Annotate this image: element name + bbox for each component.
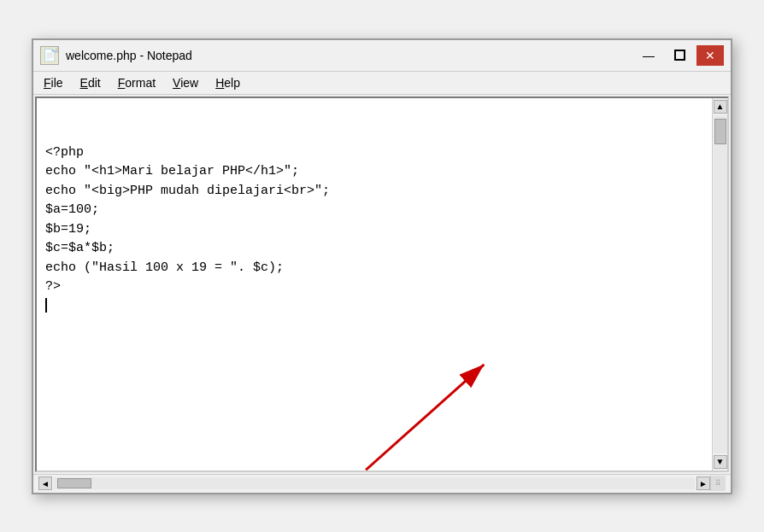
menu-edit[interactable]: Edit — [73, 73, 108, 92]
code-line — [45, 297, 703, 317]
scroll-track-vertical[interactable] — [714, 115, 727, 453]
notepad-window: 📄 welcome.php - Notepad — ✕ File Edit Fo… — [32, 38, 732, 494]
horizontal-scrollbar[interactable]: ◄ ► — [38, 476, 710, 490]
scroll-thumb-vertical[interactable] — [714, 119, 726, 144]
scroll-track-horizontal[interactable] — [54, 477, 695, 489]
scroll-left-button[interactable]: ◄ — [38, 476, 52, 490]
maximize-button[interactable] — [666, 45, 693, 66]
vertical-scrollbar[interactable]: ▲ ▼ — [712, 98, 727, 471]
close-button[interactable]: ✕ — [696, 45, 724, 66]
app-icon: 📄 — [40, 46, 59, 65]
title-bar: 📄 welcome.php - Notepad — ✕ — [33, 40, 731, 72]
resize-grip[interactable]: ⠿ — [710, 476, 726, 491]
menu-bar: File Edit Format View Help — [33, 72, 731, 95]
scroll-down-button[interactable]: ▼ — [714, 455, 727, 469]
editor-container: <?phpecho "<h1>Mari belajar PHP</h1>";ec… — [35, 96, 729, 472]
code-line: echo "<h1>Mari belajar PHP</h1>"; — [45, 162, 703, 182]
minimize-button[interactable]: — — [635, 45, 662, 66]
menu-view[interactable]: View — [166, 73, 205, 92]
window-title: welcome.php - Notepad — [66, 49, 192, 62]
menu-help[interactable]: Help — [209, 73, 247, 92]
menu-format[interactable]: Format — [111, 73, 162, 92]
status-bar: ◄ ► ⠿ — [33, 474, 731, 493]
code-line: echo ("Hasil 100 x 19 = ". $c); — [45, 259, 703, 278]
code-line: $b=19; — [45, 220, 703, 240]
code-line: ?> — [45, 278, 703, 297]
code-line: $c=$a*$b; — [45, 239, 703, 259]
code-content: <?phpecho "<h1>Mari belajar PHP</h1>";ec… — [45, 143, 703, 317]
window-controls: — ✕ — [635, 45, 724, 66]
text-cursor — [45, 298, 47, 313]
code-line: <?php — [45, 143, 703, 163]
scroll-right-button[interactable]: ► — [696, 476, 710, 490]
scroll-thumb-horizontal[interactable] — [57, 478, 91, 488]
scroll-up-button[interactable]: ▲ — [714, 100, 727, 114]
code-line: echo "<big>PHP mudah dipelajari<br>"; — [45, 182, 703, 202]
code-line: $a=100; — [45, 201, 703, 220]
title-bar-left: 📄 welcome.php - Notepad — [40, 46, 192, 65]
svg-line-1 — [366, 364, 484, 469]
editor-text-area[interactable]: <?phpecho "<h1>Mari belajar PHP</h1>";ec… — [37, 98, 712, 471]
menu-file[interactable]: File — [37, 73, 70, 92]
